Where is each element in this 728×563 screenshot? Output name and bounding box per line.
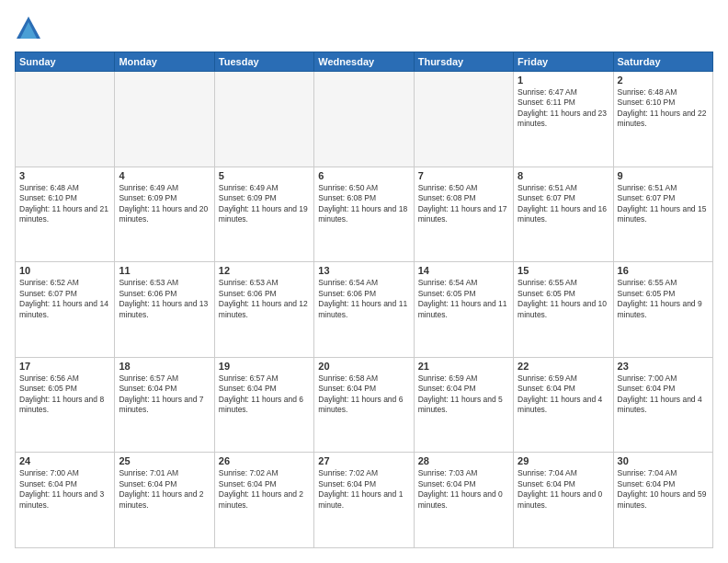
day-info: Sunrise: 7:00 AMSunset: 6:04 PMDaylight:… <box>19 468 110 511</box>
day-number: 24 <box>19 455 110 466</box>
calendar-cell: 21Sunrise: 6:59 AMSunset: 6:04 PMDayligh… <box>414 357 513 453</box>
day-number: 13 <box>318 265 409 276</box>
calendar-cell: 3Sunrise: 6:48 AMSunset: 6:10 PMDaylight… <box>16 167 115 262</box>
day-info: Sunrise: 6:57 AMSunset: 6:04 PMDaylight:… <box>119 373 210 416</box>
day-number: 27 <box>318 455 409 466</box>
calendar-cell: 17Sunrise: 6:56 AMSunset: 6:05 PMDayligh… <box>16 357 115 453</box>
day-number: 14 <box>418 265 509 276</box>
day-number: 20 <box>318 361 409 372</box>
day-number: 26 <box>219 455 310 466</box>
day-info: Sunrise: 6:49 AMSunset: 6:09 PMDaylight:… <box>119 183 210 225</box>
day-info: Sunrise: 6:58 AMSunset: 6:04 PMDaylight:… <box>318 373 409 416</box>
day-info: Sunrise: 6:48 AMSunset: 6:10 PMDaylight:… <box>19 183 110 225</box>
calendar-cell: 8Sunrise: 6:51 AMSunset: 6:07 PMDaylight… <box>514 167 613 262</box>
calendar-cell: 25Sunrise: 7:01 AMSunset: 6:04 PMDayligh… <box>115 453 214 548</box>
calendar-cell: 13Sunrise: 6:54 AMSunset: 6:06 PMDayligh… <box>314 262 414 358</box>
calendar-cell: 22Sunrise: 6:59 AMSunset: 6:04 PMDayligh… <box>514 357 613 453</box>
day-info: Sunrise: 6:54 AMSunset: 6:05 PMDaylight:… <box>418 278 509 320</box>
col-header-tuesday: Tuesday <box>214 52 313 72</box>
day-number: 12 <box>219 265 310 276</box>
day-info: Sunrise: 6:54 AMSunset: 6:06 PMDaylight:… <box>318 278 409 320</box>
calendar-cell: 9Sunrise: 6:51 AMSunset: 6:07 PMDaylight… <box>613 167 712 262</box>
day-number: 3 <box>19 170 110 181</box>
day-number: 22 <box>518 361 609 372</box>
col-header-saturday: Saturday <box>613 52 712 72</box>
calendar-cell: 19Sunrise: 6:57 AMSunset: 6:04 PMDayligh… <box>214 357 313 453</box>
day-number: 21 <box>418 361 509 372</box>
week-row-1: 3Sunrise: 6:48 AMSunset: 6:10 PMDaylight… <box>16 167 713 262</box>
calendar-cell <box>214 72 313 167</box>
week-row-3: 17Sunrise: 6:56 AMSunset: 6:05 PMDayligh… <box>16 357 713 453</box>
day-info: Sunrise: 6:51 AMSunset: 6:07 PMDaylight:… <box>518 183 609 225</box>
calendar-table: SundayMondayTuesdayWednesdayThursdayFrid… <box>15 52 713 548</box>
calendar-cell: 5Sunrise: 6:49 AMSunset: 6:09 PMDaylight… <box>214 167 313 262</box>
day-number: 11 <box>119 265 210 276</box>
calendar-cell: 30Sunrise: 7:04 AMSunset: 6:04 PMDayligh… <box>613 453 712 548</box>
day-info: Sunrise: 7:04 AMSunset: 6:04 PMDaylight:… <box>618 468 709 511</box>
day-number: 8 <box>518 170 609 181</box>
calendar-cell: 10Sunrise: 6:52 AMSunset: 6:07 PMDayligh… <box>16 262 115 358</box>
week-row-0: 1Sunrise: 6:47 AMSunset: 6:11 PMDaylight… <box>16 72 713 167</box>
day-info: Sunrise: 6:48 AMSunset: 6:10 PMDaylight:… <box>618 87 709 130</box>
calendar-cell <box>314 72 414 167</box>
day-number: 23 <box>618 361 709 372</box>
day-number: 15 <box>518 265 609 276</box>
calendar-cell: 28Sunrise: 7:03 AMSunset: 6:04 PMDayligh… <box>414 453 513 548</box>
day-number: 7 <box>418 170 509 181</box>
calendar-cell: 7Sunrise: 6:50 AMSunset: 6:08 PMDaylight… <box>414 167 513 262</box>
calendar-cell: 11Sunrise: 6:53 AMSunset: 6:06 PMDayligh… <box>115 262 214 358</box>
day-info: Sunrise: 6:49 AMSunset: 6:09 PMDaylight:… <box>219 183 310 225</box>
page: SundayMondayTuesdayWednesdayThursdayFrid… <box>0 0 728 563</box>
day-number: 6 <box>318 170 409 181</box>
calendar-cell: 15Sunrise: 6:55 AMSunset: 6:05 PMDayligh… <box>514 262 613 358</box>
col-header-friday: Friday <box>514 52 613 72</box>
calendar-cell: 6Sunrise: 6:50 AMSunset: 6:08 PMDaylight… <box>314 167 414 262</box>
day-info: Sunrise: 6:56 AMSunset: 6:05 PMDaylight:… <box>19 373 110 416</box>
calendar-cell: 2Sunrise: 6:48 AMSunset: 6:10 PMDaylight… <box>613 72 712 167</box>
day-info: Sunrise: 7:02 AMSunset: 6:04 PMDaylight:… <box>318 468 409 511</box>
logo <box>15 15 46 42</box>
day-info: Sunrise: 7:00 AMSunset: 6:04 PMDaylight:… <box>618 373 709 416</box>
calendar-cell: 27Sunrise: 7:02 AMSunset: 6:04 PMDayligh… <box>314 453 414 548</box>
calendar-cell: 23Sunrise: 7:00 AMSunset: 6:04 PMDayligh… <box>613 357 712 453</box>
day-number: 5 <box>219 170 310 181</box>
week-row-4: 24Sunrise: 7:00 AMSunset: 6:04 PMDayligh… <box>16 453 713 548</box>
calendar-cell: 12Sunrise: 6:53 AMSunset: 6:06 PMDayligh… <box>214 262 313 358</box>
col-header-monday: Monday <box>115 52 214 72</box>
header <box>15 15 713 42</box>
day-number: 28 <box>418 455 509 466</box>
col-header-thursday: Thursday <box>414 52 513 72</box>
calendar-cell: 18Sunrise: 6:57 AMSunset: 6:04 PMDayligh… <box>115 357 214 453</box>
day-info: Sunrise: 6:59 AMSunset: 6:04 PMDaylight:… <box>418 373 509 416</box>
calendar-cell: 14Sunrise: 6:54 AMSunset: 6:05 PMDayligh… <box>414 262 513 358</box>
calendar-cell <box>115 72 214 167</box>
col-header-wednesday: Wednesday <box>314 52 414 72</box>
day-number: 10 <box>19 265 110 276</box>
day-info: Sunrise: 6:50 AMSunset: 6:08 PMDaylight:… <box>318 183 409 225</box>
day-info: Sunrise: 6:59 AMSunset: 6:04 PMDaylight:… <box>518 373 609 416</box>
calendar-cell <box>414 72 513 167</box>
day-info: Sunrise: 6:50 AMSunset: 6:08 PMDaylight:… <box>418 183 509 225</box>
day-number: 19 <box>219 361 310 372</box>
day-info: Sunrise: 6:53 AMSunset: 6:06 PMDaylight:… <box>119 278 210 320</box>
calendar-cell: 24Sunrise: 7:00 AMSunset: 6:04 PMDayligh… <box>16 453 115 548</box>
day-info: Sunrise: 6:57 AMSunset: 6:04 PMDaylight:… <box>219 373 310 416</box>
day-info: Sunrise: 6:53 AMSunset: 6:06 PMDaylight:… <box>219 278 310 320</box>
day-info: Sunrise: 6:51 AMSunset: 6:07 PMDaylight:… <box>618 183 709 225</box>
day-number: 1 <box>518 75 609 86</box>
day-number: 17 <box>19 361 110 372</box>
day-info: Sunrise: 7:03 AMSunset: 6:04 PMDaylight:… <box>418 468 509 511</box>
day-info: Sunrise: 7:01 AMSunset: 6:04 PMDaylight:… <box>119 468 210 511</box>
day-info: Sunrise: 7:04 AMSunset: 6:04 PMDaylight:… <box>518 468 609 511</box>
calendar-cell: 1Sunrise: 6:47 AMSunset: 6:11 PMDaylight… <box>514 72 613 167</box>
day-info: Sunrise: 6:55 AMSunset: 6:05 PMDaylight:… <box>618 278 709 320</box>
col-header-sunday: Sunday <box>16 52 115 72</box>
day-number: 16 <box>618 265 709 276</box>
calendar-cell: 4Sunrise: 6:49 AMSunset: 6:09 PMDaylight… <box>115 167 214 262</box>
calendar-cell: 20Sunrise: 6:58 AMSunset: 6:04 PMDayligh… <box>314 357 414 453</box>
calendar-cell <box>16 72 115 167</box>
day-info: Sunrise: 6:47 AMSunset: 6:11 PMDaylight:… <box>518 87 609 130</box>
calendar-header-row: SundayMondayTuesdayWednesdayThursdayFrid… <box>16 52 713 72</box>
calendar-cell: 26Sunrise: 7:02 AMSunset: 6:04 PMDayligh… <box>214 453 313 548</box>
day-number: 4 <box>119 170 210 181</box>
